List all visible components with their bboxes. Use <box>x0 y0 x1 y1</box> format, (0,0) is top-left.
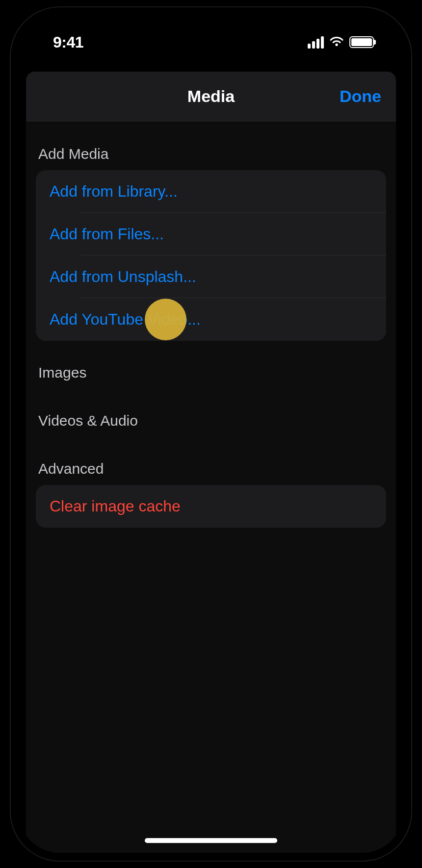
advanced-group: Clear image cache <box>36 485 386 528</box>
status-time: 9:41 <box>53 33 83 51</box>
section-header-add-media: Add Media <box>26 122 396 170</box>
status-bar: 9:41 <box>19 15 403 69</box>
done-button[interactable]: Done <box>340 87 381 106</box>
clear-image-cache-button[interactable]: Clear image cache <box>36 485 386 528</box>
battery-icon <box>349 36 374 48</box>
navigation-bar: Media Done <box>26 72 396 122</box>
wifi-icon <box>329 36 344 48</box>
section-header-images: Images <box>26 341 396 389</box>
section-header-advanced: Advanced <box>26 437 396 485</box>
add-youtube-video-button[interactable]: Add YouTube Video... <box>36 298 386 341</box>
add-from-unsplash-button[interactable]: Add from Unsplash... <box>36 255 386 298</box>
section-header-videos-audio: Videos & Audio <box>26 389 396 437</box>
cellular-signal-icon <box>308 36 324 49</box>
page-title: Media <box>187 87 235 106</box>
status-icons <box>308 36 374 49</box>
content-area: Add Media Add from Library... Add from F… <box>26 122 396 853</box>
device-frame: 9:41 Media Done <box>11 7 411 861</box>
screen: 9:41 Media Done <box>19 15 403 853</box>
home-indicator[interactable] <box>145 838 277 843</box>
add-from-files-button[interactable]: Add from Files... <box>36 213 386 255</box>
add-from-library-button[interactable]: Add from Library... <box>36 170 386 213</box>
add-media-group: Add from Library... Add from Files... Ad… <box>36 170 386 341</box>
